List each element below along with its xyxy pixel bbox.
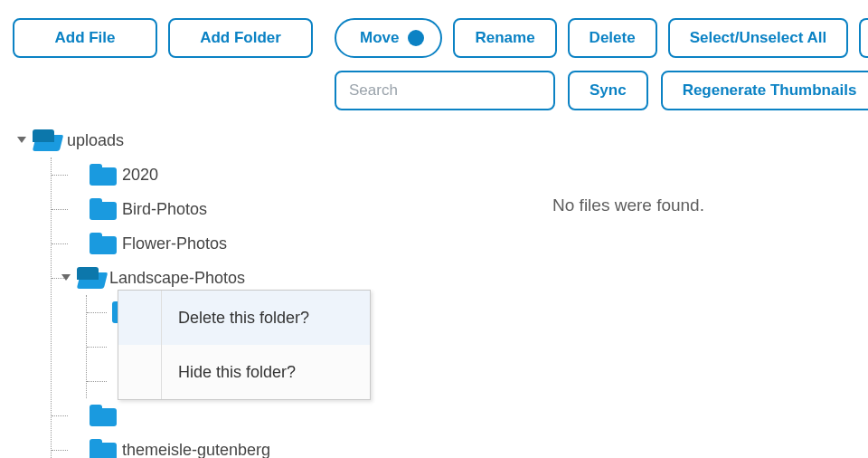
toolbar-primary: Add File Add Folder Move Rename Delete S… (0, 0, 868, 67)
tree-node-label: Landscape-Photos (109, 269, 245, 288)
context-menu-delete-folder[interactable]: Delete this folder? (118, 291, 370, 345)
move-button[interactable]: Move (335, 18, 442, 58)
add-file-button[interactable]: Add File (13, 18, 157, 58)
rename-button[interactable]: Rename (453, 18, 556, 58)
tree-node-label: Bird-Photos (122, 200, 207, 219)
context-menu-icon-slot (118, 345, 162, 399)
folder-open-icon (33, 129, 60, 151)
chevron-down-icon[interactable] (61, 272, 71, 283)
context-menu-icon-slot (118, 291, 162, 345)
tree-node-label: themeisle-gutenberg (122, 441, 270, 459)
tree-node[interactable]: Flower-Photos (52, 226, 416, 261)
context-menu-hide-folder[interactable]: Hide this folder? (118, 345, 370, 399)
context-menu-label: Delete this folder? (162, 309, 309, 328)
tree-node[interactable]: Bird-Photos (52, 192, 416, 226)
folder-open-icon (77, 267, 104, 289)
sort-button[interactable]: Sort by D (859, 18, 868, 58)
tree-node[interactable]: 2020 (52, 157, 416, 192)
folder-icon (90, 439, 117, 458)
folder-icon (90, 233, 117, 254)
tree-node-label: uploads (65, 129, 129, 152)
move-toggle-dot-icon (408, 30, 424, 46)
context-menu-label: Hide this folder? (162, 363, 296, 382)
empty-state-message: No files were found. (552, 196, 704, 215)
sync-button[interactable]: Sync (568, 71, 648, 110)
regenerate-thumbnails-button[interactable]: Regenerate Thumbnails (661, 71, 868, 110)
folder-icon (90, 405, 117, 426)
tree-node[interactable] (52, 398, 416, 433)
select-unselect-all-button[interactable]: Select/Unselect All (668, 18, 849, 58)
folder-icon (90, 198, 117, 220)
file-list-pane: No files were found. (416, 123, 868, 215)
context-menu: Delete this folder? Hide this folder? (118, 290, 371, 400)
move-label: Move (360, 29, 399, 47)
tree-node-label: Flower-Photos (122, 234, 227, 253)
toolbar-secondary: Sync Regenerate Thumbnails (0, 67, 868, 123)
delete-button[interactable]: Delete (568, 18, 657, 58)
tree-node[interactable]: themeisle-gutenberg (52, 433, 416, 458)
add-folder-button[interactable]: Add Folder (168, 18, 313, 58)
search-input[interactable] (335, 71, 555, 110)
folder-icon (90, 164, 117, 186)
tree-root[interactable]: uploads (16, 123, 416, 157)
tree-node-label: 2020 (122, 166, 158, 185)
chevron-down-icon[interactable] (16, 135, 27, 146)
